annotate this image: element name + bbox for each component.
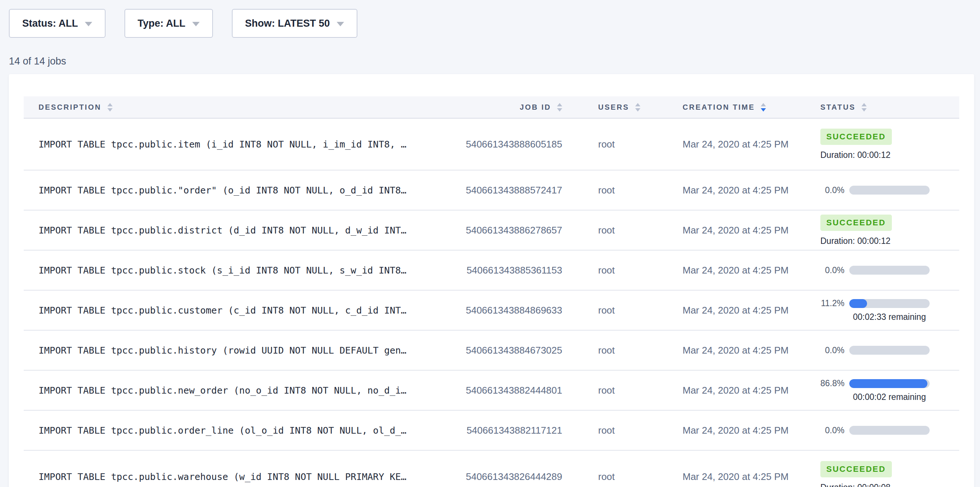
type-filter-dropdown[interactable]: Type: ALL [124,9,213,38]
job-id-cell: 540661343884673025 [466,345,562,356]
duration-text: Duration: 00:00:12 [820,236,945,246]
progress-fill [849,379,927,388]
sort-icon [861,103,867,112]
status-filter-label: Status: ALL [22,18,78,29]
creation-time-cell: Mar 24, 2020 at 4:25 PM [682,139,820,150]
column-header-status[interactable]: STATUS [820,103,945,112]
column-header-job-id[interactable]: JOB ID [469,103,562,112]
users-cell: root [562,345,682,356]
status-cell: 0.0% [820,185,945,195]
description-cell: IMPORT TABLE tpcc.public.order_line (ol_… [38,425,467,436]
percent-label: 0.0% [820,345,845,355]
table-row: IMPORT TABLE tpcc.public."order" (o_id I… [24,171,959,211]
table-row: IMPORT TABLE tpcc.public.stock (s_i_id I… [24,251,959,291]
percent-label: 11.2% [820,299,845,308]
table-row: IMPORT TABLE tpcc.public.history (rowid … [24,331,959,370]
sort-icon [635,103,640,112]
description-cell: IMPORT TABLE tpcc.public.warehouse (w_id… [38,471,466,482]
column-header-users[interactable]: USERS [562,103,682,112]
sort-icon [761,103,766,112]
job-id-cell: 540661343886278657 [466,225,562,236]
remaining-text: 00:02:33 remaining [849,312,930,322]
duration-text: Duration: 00:00:08 [820,482,945,487]
creation-time-cell: Mar 24, 2020 at 4:25 PM [682,345,820,356]
table-row: IMPORT TABLE tpcc.public.new_order (no_o… [24,370,959,410]
status-cell: 86.8% 00:00:02 remaining [820,378,945,402]
description-cell: IMPORT TABLE tpcc.public.item (i_id INT8… [38,139,466,150]
table-row: IMPORT TABLE tpcc.public.customer (c_id … [24,291,959,331]
remaining-text: 00:00:02 remaining [849,392,930,402]
progress-bar [849,186,930,195]
percent-label: 86.8% [820,378,845,388]
chevron-down-icon [192,22,200,26]
percent-label: 0.0% [820,425,845,436]
status-badge: SUCCEEDED [820,461,892,477]
table-row: IMPORT TABLE tpcc.public.order_line (ol_… [24,410,959,451]
status-filter-dropdown[interactable]: Status: ALL [9,9,105,38]
status-cell: SUCCEEDED Duration: 00:00:08 [820,461,945,487]
progress-bar [849,299,930,308]
status-cell: SUCCEEDED Duration: 00:00:12 [820,215,945,246]
description-cell: IMPORT TABLE tpcc.public.new_order (no_o… [38,385,466,396]
percent-label: 0.0% [820,265,845,275]
chevron-down-icon [337,22,344,26]
show-filter-dropdown[interactable]: Show: LATEST 50 [232,9,357,38]
status-badge: SUCCEEDED [820,215,892,231]
job-id-cell: 540661343884869633 [466,305,562,316]
column-header-creation-time[interactable]: CREATION TIME [682,103,820,112]
creation-time-cell: Mar 24, 2020 at 4:25 PM [682,305,820,316]
users-cell: root [562,471,682,482]
job-id-cell: 540661343882444801 [466,385,562,396]
description-cell: IMPORT TABLE tpcc.public.history (rowid … [38,345,466,356]
status-cell: SUCCEEDED Duration: 00:00:12 [820,129,945,160]
creation-time-cell: Mar 24, 2020 at 4:25 PM [682,225,820,236]
users-cell: root [562,265,682,276]
jobs-count: 14 of 14 jobs [9,56,980,67]
progress-bar [849,426,930,435]
table-row: IMPORT TABLE tpcc.public.item (i_id INT8… [24,118,959,171]
users-cell: root [562,305,682,316]
type-filter-label: Type: ALL [138,18,186,29]
jobs-table-card: DESCRIPTION JOB ID USERS CREATION TIME S… [9,74,974,487]
table-header: DESCRIPTION JOB ID USERS CREATION TIME S… [24,96,959,118]
creation-time-cell: Mar 24, 2020 at 4:25 PM [682,471,820,482]
job-id-cell: 540661343826444289 [466,471,562,482]
job-id-cell: 540661343885361153 [467,265,562,276]
duration-text: Duration: 00:00:12 [820,150,945,160]
users-cell: root [562,425,682,436]
sort-icon [557,103,562,112]
description-cell: IMPORT TABLE tpcc.public."order" (o_id I… [38,185,466,196]
status-cell: 0.0% [820,345,945,355]
users-cell: root [562,185,682,196]
chevron-down-icon [85,22,92,26]
progress-bar [849,346,930,355]
creation-time-cell: Mar 24, 2020 at 4:25 PM [682,265,820,276]
creation-time-cell: Mar 24, 2020 at 4:25 PM [682,185,820,196]
status-cell: 0.0% [820,265,945,275]
users-cell: root [562,385,682,396]
status-badge: SUCCEEDED [820,129,892,145]
status-cell: 0.0% [820,425,945,436]
description-cell: IMPORT TABLE tpcc.public.district (d_id … [38,225,466,236]
table-row: IMPORT TABLE tpcc.public.district (d_id … [24,211,959,251]
progress-fill [849,299,867,308]
column-header-description[interactable]: DESCRIPTION [38,103,469,112]
users-cell: root [562,225,682,236]
sort-icon [107,103,113,112]
job-id-cell: 540661343888605185 [466,139,562,150]
users-cell: root [562,139,682,150]
creation-time-cell: Mar 24, 2020 at 4:25 PM [682,385,820,396]
description-cell: IMPORT TABLE tpcc.public.customer (c_id … [38,305,466,316]
status-cell: 11.2% 00:02:33 remaining [820,299,945,322]
job-id-cell: 540661343888572417 [466,185,562,196]
percent-label: 0.0% [820,185,845,195]
table-row: IMPORT TABLE tpcc.public.warehouse (w_id… [24,451,959,487]
filter-bar: Status: ALL Type: ALL Show: LATEST 50 [0,0,980,38]
progress-bar [849,379,930,388]
creation-time-cell: Mar 24, 2020 at 4:25 PM [682,425,820,436]
description-cell: IMPORT TABLE tpcc.public.stock (s_i_id I… [38,265,467,276]
progress-bar [849,266,930,275]
job-id-cell: 540661343882117121 [467,425,562,436]
show-filter-label: Show: LATEST 50 [245,18,330,29]
